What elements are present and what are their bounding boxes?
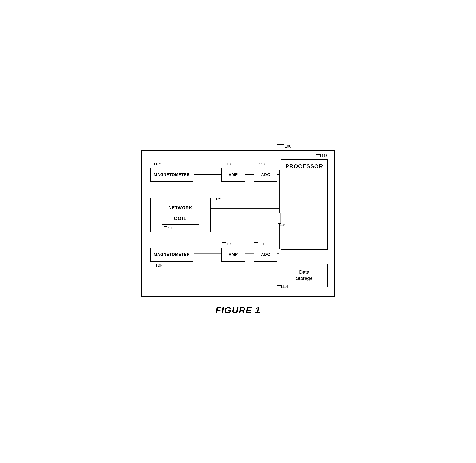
amp-109-ref: 109 <box>222 242 232 246</box>
adc-111-label: ADC <box>261 252 270 257</box>
junction-119-ref: 119 <box>279 223 285 226</box>
ref-100: 100 <box>277 144 291 149</box>
network-label: NETWORK <box>168 205 192 210</box>
coil-label: COIL <box>174 216 187 221</box>
amp-108-box: 108 AMP <box>221 168 245 182</box>
adc-110-box: 110 ADC <box>254 168 277 182</box>
page-container: 100 <box>141 148 335 315</box>
adc-110-label: ADC <box>261 172 270 177</box>
processor-box: 112 PROCESSOR <box>281 159 328 250</box>
adc-111-ref: 111 <box>254 242 265 246</box>
data-storage-box: DataStorage 114 <box>281 264 328 287</box>
amp-108-ref: 108 <box>222 162 232 166</box>
magnetometer-104-box: 104 MAGNETOMETER <box>150 248 193 262</box>
processor-label: PROCESSOR <box>285 163 323 170</box>
processor-ref: 112 <box>316 154 327 158</box>
data-storage-ref: 114 <box>277 285 288 289</box>
figure-caption: FIGURE 1 <box>215 305 261 315</box>
mag-102-ref: 102 <box>151 162 161 166</box>
magnetometer-102-box: 102 MAGNETOMETER <box>150 168 193 182</box>
data-storage-label: DataStorage <box>296 269 312 281</box>
magnetometer-104-label: MAGNETOMETER <box>154 252 190 257</box>
adc-110-ref: 110 <box>254 162 265 166</box>
coil-ref: 106 <box>164 226 174 230</box>
mag-104-ref: 104 <box>152 264 163 267</box>
amp-109-label: AMP <box>229 252 238 257</box>
network-box: NETWORK COIL 106 105 <box>150 198 211 232</box>
svg-rect-14 <box>278 213 281 224</box>
coil-box: COIL 106 <box>162 212 199 225</box>
magnetometer-102-label: MAGNETOMETER <box>154 172 190 177</box>
amp-109-box: 109 AMP <box>221 248 245 262</box>
network-ref-105: 105 <box>216 197 221 201</box>
amp-108-label: AMP <box>229 172 238 177</box>
adc-111-box: 111 ADC <box>254 248 277 262</box>
diagram-box: 100 <box>141 150 335 296</box>
